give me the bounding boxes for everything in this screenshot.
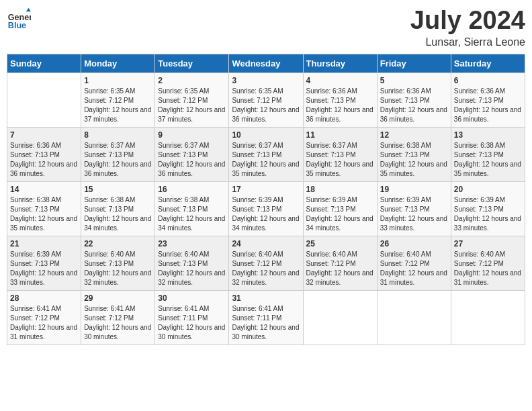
table-row: 29Sunrise: 6:41 AMSunset: 7:12 PMDayligh… xyxy=(81,290,155,345)
svg-marker-2 xyxy=(26,8,31,11)
day-number: 7 xyxy=(10,130,78,140)
calendar-week-row: 1Sunrise: 6:35 AMSunset: 7:12 PMDaylight… xyxy=(7,73,525,127)
day-number: 22 xyxy=(84,239,152,248)
day-number: 8 xyxy=(84,130,152,140)
table-row: 9Sunrise: 6:37 AMSunset: 7:13 PMDaylight… xyxy=(155,127,229,181)
day-info: Sunrise: 6:40 AMSunset: 7:13 PMDaylight:… xyxy=(84,250,152,287)
day-number: 6 xyxy=(454,76,522,85)
day-info: Sunrise: 6:38 AMSunset: 7:13 PMDaylight:… xyxy=(454,141,522,179)
table-row: 13Sunrise: 6:38 AMSunset: 7:13 PMDayligh… xyxy=(451,127,525,181)
day-info: Sunrise: 6:41 AMSunset: 7:11 PMDaylight:… xyxy=(158,304,226,342)
table-row: 19Sunrise: 6:39 AMSunset: 7:13 PMDayligh… xyxy=(377,181,451,236)
table-row xyxy=(7,73,81,127)
day-info: Sunrise: 6:37 AMSunset: 7:13 PMDaylight:… xyxy=(306,141,374,179)
day-info: Sunrise: 6:36 AMSunset: 7:13 PMDaylight:… xyxy=(380,87,448,124)
col-friday: Friday xyxy=(377,54,451,73)
day-info: Sunrise: 6:39 AMSunset: 7:13 PMDaylight:… xyxy=(380,195,448,233)
day-info: Sunrise: 6:40 AMSunset: 7:12 PMDaylight:… xyxy=(306,250,374,287)
day-number: 11 xyxy=(306,130,374,140)
day-info: Sunrise: 6:39 AMSunset: 7:13 PMDaylight:… xyxy=(454,195,522,233)
day-info: Sunrise: 6:40 AMSunset: 7:12 PMDaylight:… xyxy=(454,250,522,287)
calendar-title: July 2024 xyxy=(410,7,525,35)
table-row xyxy=(451,290,525,345)
day-info: Sunrise: 6:40 AMSunset: 7:12 PMDaylight:… xyxy=(380,250,448,287)
day-info: Sunrise: 6:37 AMSunset: 7:13 PMDaylight:… xyxy=(84,141,152,179)
day-number: 19 xyxy=(380,185,448,194)
day-number: 14 xyxy=(10,185,78,194)
day-info: Sunrise: 6:37 AMSunset: 7:13 PMDaylight:… xyxy=(158,141,226,179)
day-info: Sunrise: 6:37 AMSunset: 7:13 PMDaylight:… xyxy=(232,141,300,179)
day-info: Sunrise: 6:36 AMSunset: 7:13 PMDaylight:… xyxy=(10,141,78,179)
day-info: Sunrise: 6:36 AMSunset: 7:13 PMDaylight:… xyxy=(454,87,522,124)
page-header: General Blue July 2024 Lunsar, Sierra Le… xyxy=(7,7,525,48)
logo-icon: General Blue xyxy=(7,7,31,31)
day-number: 12 xyxy=(380,130,448,140)
day-number: 24 xyxy=(232,239,300,248)
day-info: Sunrise: 6:39 AMSunset: 7:13 PMDaylight:… xyxy=(306,195,374,233)
day-info: Sunrise: 6:41 AMSunset: 7:11 PMDaylight:… xyxy=(232,304,300,342)
table-row: 8Sunrise: 6:37 AMSunset: 7:13 PMDaylight… xyxy=(81,127,155,181)
calendar-header-row: Sunday Monday Tuesday Wednesday Thursday… xyxy=(7,54,525,73)
table-row: 30Sunrise: 6:41 AMSunset: 7:11 PMDayligh… xyxy=(155,290,229,345)
table-row: 20Sunrise: 6:39 AMSunset: 7:13 PMDayligh… xyxy=(451,181,525,236)
day-number: 5 xyxy=(380,76,448,85)
table-row: 4Sunrise: 6:36 AMSunset: 7:13 PMDaylight… xyxy=(303,73,377,127)
table-row: 27Sunrise: 6:40 AMSunset: 7:12 PMDayligh… xyxy=(451,236,525,290)
table-row: 15Sunrise: 6:38 AMSunset: 7:13 PMDayligh… xyxy=(81,181,155,236)
col-sunday: Sunday xyxy=(7,54,81,73)
table-row: 24Sunrise: 6:40 AMSunset: 7:12 PMDayligh… xyxy=(229,236,303,290)
day-info: Sunrise: 6:40 AMSunset: 7:13 PMDaylight:… xyxy=(158,250,226,287)
day-info: Sunrise: 6:36 AMSunset: 7:13 PMDaylight:… xyxy=(306,87,374,124)
day-info: Sunrise: 6:39 AMSunset: 7:13 PMDaylight:… xyxy=(10,250,78,287)
table-row: 3Sunrise: 6:35 AMSunset: 7:12 PMDaylight… xyxy=(229,73,303,127)
table-row: 18Sunrise: 6:39 AMSunset: 7:13 PMDayligh… xyxy=(303,181,377,236)
day-info: Sunrise: 6:35 AMSunset: 7:12 PMDaylight:… xyxy=(158,87,226,124)
calendar-week-row: 7Sunrise: 6:36 AMSunset: 7:13 PMDaylight… xyxy=(7,127,525,181)
table-row xyxy=(303,290,377,345)
day-info: Sunrise: 6:35 AMSunset: 7:12 PMDaylight:… xyxy=(84,87,152,124)
day-number: 31 xyxy=(232,293,300,303)
day-number: 16 xyxy=(158,185,226,194)
table-row: 11Sunrise: 6:37 AMSunset: 7:13 PMDayligh… xyxy=(303,127,377,181)
table-row: 7Sunrise: 6:36 AMSunset: 7:13 PMDaylight… xyxy=(7,127,81,181)
day-info: Sunrise: 6:38 AMSunset: 7:13 PMDaylight:… xyxy=(158,195,226,233)
day-number: 15 xyxy=(84,185,152,194)
logo: General Blue xyxy=(7,7,31,31)
day-number: 3 xyxy=(232,76,300,85)
day-number: 23 xyxy=(158,239,226,248)
col-tuesday: Tuesday xyxy=(155,54,229,73)
day-info: Sunrise: 6:38 AMSunset: 7:13 PMDaylight:… xyxy=(380,141,448,179)
day-info: Sunrise: 6:39 AMSunset: 7:13 PMDaylight:… xyxy=(232,195,300,233)
col-wednesday: Wednesday xyxy=(229,54,303,73)
day-number: 10 xyxy=(232,130,300,140)
table-row: 12Sunrise: 6:38 AMSunset: 7:13 PMDayligh… xyxy=(377,127,451,181)
table-row: 22Sunrise: 6:40 AMSunset: 7:13 PMDayligh… xyxy=(81,236,155,290)
table-row: 21Sunrise: 6:39 AMSunset: 7:13 PMDayligh… xyxy=(7,236,81,290)
table-row: 1Sunrise: 6:35 AMSunset: 7:12 PMDaylight… xyxy=(81,73,155,127)
day-number: 9 xyxy=(158,130,226,140)
table-row: 23Sunrise: 6:40 AMSunset: 7:13 PMDayligh… xyxy=(155,236,229,290)
col-saturday: Saturday xyxy=(451,54,525,73)
calendar-subtitle: Lunsar, Sierra Leone xyxy=(410,36,525,48)
table-row: 26Sunrise: 6:40 AMSunset: 7:12 PMDayligh… xyxy=(377,236,451,290)
day-number: 30 xyxy=(158,293,226,303)
calendar-week-row: 28Sunrise: 6:41 AMSunset: 7:12 PMDayligh… xyxy=(7,290,525,345)
day-info: Sunrise: 6:40 AMSunset: 7:12 PMDaylight:… xyxy=(232,250,300,287)
table-row: 14Sunrise: 6:38 AMSunset: 7:13 PMDayligh… xyxy=(7,181,81,236)
table-row: 25Sunrise: 6:40 AMSunset: 7:12 PMDayligh… xyxy=(303,236,377,290)
calendar-week-row: 14Sunrise: 6:38 AMSunset: 7:13 PMDayligh… xyxy=(7,181,525,236)
day-number: 1 xyxy=(84,76,152,85)
day-info: Sunrise: 6:41 AMSunset: 7:12 PMDaylight:… xyxy=(10,304,78,342)
day-info: Sunrise: 6:38 AMSunset: 7:13 PMDaylight:… xyxy=(84,195,152,233)
day-number: 4 xyxy=(306,76,374,85)
table-row xyxy=(377,290,451,345)
table-row: 10Sunrise: 6:37 AMSunset: 7:13 PMDayligh… xyxy=(229,127,303,181)
day-number: 26 xyxy=(380,239,448,248)
day-number: 18 xyxy=(306,185,374,194)
col-thursday: Thursday xyxy=(303,54,377,73)
day-number: 20 xyxy=(454,185,522,194)
col-monday: Monday xyxy=(81,54,155,73)
table-row: 6Sunrise: 6:36 AMSunset: 7:13 PMDaylight… xyxy=(451,73,525,127)
day-number: 29 xyxy=(84,293,152,303)
day-number: 13 xyxy=(454,130,522,140)
